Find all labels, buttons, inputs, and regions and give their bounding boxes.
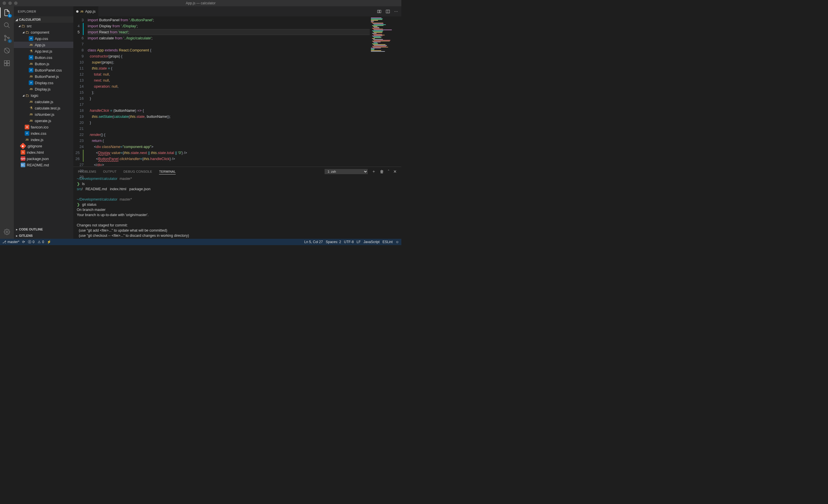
tree-file[interactable]: JSisNumber.js bbox=[14, 111, 73, 118]
status-language[interactable]: JavaScript bbox=[363, 240, 379, 244]
tree-file[interactable]: #App.css bbox=[14, 35, 73, 42]
settings-gear-icon[interactable] bbox=[3, 228, 11, 236]
tree-item-label: Button.js bbox=[35, 62, 49, 66]
tree-item-label: favicon.ico bbox=[31, 125, 48, 129]
svg-point-2 bbox=[5, 39, 6, 41]
status-encoding[interactable]: UTF-8 bbox=[344, 240, 354, 244]
tab-bar: JS App.js ⋯ bbox=[73, 6, 401, 16]
tree-file[interactable]: ⚗calculate.test.js bbox=[14, 105, 73, 111]
tree-file[interactable]: #Display.css bbox=[14, 80, 73, 86]
titlebar: App.js — calculator bbox=[0, 0, 401, 6]
chevron-down-icon: ◢ bbox=[15, 18, 18, 21]
panel-tab-terminal[interactable]: TERMINAL bbox=[159, 170, 176, 174]
close-panel-icon[interactable]: ✕ bbox=[393, 169, 397, 174]
status-problems[interactable]: ⓧ0 ⚠0 bbox=[28, 240, 44, 244]
panel-tab-output[interactable]: OUTPUT bbox=[103, 170, 117, 173]
status-cursor-position[interactable]: Ln 5, Col 27 bbox=[304, 240, 323, 244]
code-editor[interactable]: import ButtonPanel from './ButtonPanel';… bbox=[88, 16, 370, 167]
more-actions-icon[interactable]: ⋯ bbox=[394, 9, 398, 13]
tree-file[interactable]: npmpackage.json bbox=[14, 155, 73, 162]
scm-icon[interactable]: 1 bbox=[3, 34, 11, 42]
search-icon[interactable] bbox=[3, 21, 11, 29]
svg-point-9 bbox=[6, 231, 8, 233]
new-terminal-icon[interactable]: ＋ bbox=[372, 169, 376, 174]
svg-point-1 bbox=[5, 35, 6, 37]
tree-file[interactable]: JSoperate.js bbox=[14, 118, 73, 124]
compare-changes-icon[interactable] bbox=[377, 9, 381, 14]
svg-point-0 bbox=[4, 23, 8, 27]
tab-app-js[interactable]: JS App.js bbox=[73, 6, 98, 16]
tree-file[interactable]: ◆.gitignore bbox=[14, 143, 73, 149]
tab-label: App.js bbox=[85, 9, 95, 13]
terminal-shell-selector[interactable]: 1: zsh bbox=[325, 169, 368, 174]
bolt-icon: ⚡ bbox=[47, 240, 51, 244]
explorer-icon[interactable]: 1 bbox=[3, 9, 11, 17]
svg-rect-8 bbox=[7, 61, 9, 63]
extensions-icon[interactable] bbox=[3, 59, 11, 67]
window-controls bbox=[3, 1, 17, 5]
sidebar-section-project[interactable]: ◢CALCULATOR bbox=[14, 16, 73, 23]
activity-bar: 1 1 bbox=[0, 6, 14, 239]
status-sync[interactable]: ⟳ bbox=[22, 240, 25, 244]
sidebar-section-gitlens[interactable]: ▸GITLENS bbox=[14, 232, 73, 239]
scm-badge: 1 bbox=[8, 39, 12, 43]
tree-file[interactable]: ★favicon.ico bbox=[14, 124, 73, 130]
status-live[interactable]: ⚡ bbox=[47, 240, 51, 244]
tree-file[interactable]: JSButton.js bbox=[14, 61, 73, 67]
gitlens-label: GITLENS bbox=[19, 234, 33, 237]
status-branch[interactable]: ⎇master* bbox=[2, 240, 19, 244]
bottom-panel: PROBLEMSOUTPUTDEBUG CONSOLETERMINAL 1: z… bbox=[73, 167, 401, 239]
tree-file[interactable]: 5index.html bbox=[14, 149, 73, 155]
svg-rect-5 bbox=[4, 61, 7, 63]
tree-item-label: calculate.test.js bbox=[35, 106, 60, 110]
tree-file[interactable]: #ButtonPanel.css bbox=[14, 67, 73, 73]
project-name-label: CALCULATOR bbox=[19, 18, 41, 21]
tree-file[interactable]: JScalculate.js bbox=[14, 99, 73, 105]
tree-file[interactable]: M↓README.md bbox=[14, 162, 73, 168]
status-feedback-icon[interactable]: ☺ bbox=[396, 240, 399, 244]
status-indentation[interactable]: Spaces: 2 bbox=[326, 240, 341, 244]
debug-icon[interactable] bbox=[3, 47, 11, 55]
svg-rect-7 bbox=[7, 63, 9, 66]
tree-item-label: isNumber.js bbox=[35, 112, 54, 117]
tree-file[interactable]: #index.css bbox=[14, 130, 73, 136]
panel-tab-bar: PROBLEMSOUTPUTDEBUG CONSOLETERMINAL 1: z… bbox=[73, 167, 401, 176]
tree-file[interactable]: #Button.css bbox=[14, 54, 73, 61]
panel-tab-debug-console[interactable]: DEBUG CONSOLE bbox=[124, 170, 152, 173]
status-bar: ⎇master* ⟳ ⓧ0 ⚠0 ⚡ Ln 5, Col 27 Spaces: … bbox=[0, 239, 401, 245]
tree-folder[interactable]: ◢🗀logic bbox=[14, 92, 73, 99]
maximize-panel-icon[interactable]: ˆ bbox=[388, 169, 389, 174]
tree-item-label: App.test.js bbox=[35, 49, 52, 53]
status-eslint[interactable]: ESLint bbox=[382, 240, 392, 244]
twisty-icon: ◢ bbox=[22, 31, 25, 34]
sidebar-section-outline[interactable]: ▸CODE OUTLINE bbox=[14, 226, 73, 232]
tree-item-label: calculate.js bbox=[35, 100, 53, 104]
tree-file[interactable]: JSDisplay.js bbox=[14, 86, 73, 92]
explorer-badge: 1 bbox=[8, 14, 12, 17]
split-editor-icon[interactable] bbox=[385, 9, 390, 14]
sidebar-title: EXPLORER bbox=[14, 6, 73, 16]
minimize-traffic-light[interactable] bbox=[8, 1, 12, 5]
kill-terminal-icon[interactable]: 🗑 bbox=[380, 169, 384, 174]
svg-rect-6 bbox=[4, 63, 7, 66]
terminal-output[interactable]: ~/Development/calculator master* ❯ ls sr… bbox=[73, 176, 401, 239]
status-eol[interactable]: LF bbox=[357, 240, 361, 244]
close-traffic-light[interactable] bbox=[3, 1, 6, 5]
tree-folder[interactable]: ◢🗀src bbox=[14, 23, 73, 29]
error-icon: ⓧ bbox=[28, 240, 31, 244]
tree-item-label: App.js bbox=[35, 43, 45, 47]
tree-folder[interactable]: ◢🗀component bbox=[14, 29, 73, 35]
tree-file[interactable]: ⚗App.test.js bbox=[14, 48, 73, 54]
zoom-traffic-light[interactable] bbox=[14, 1, 17, 5]
window-title: App.js — calculator bbox=[186, 1, 215, 5]
tree-file[interactable]: JSindex.js bbox=[14, 136, 73, 143]
svg-point-3 bbox=[8, 37, 9, 39]
modified-dot-icon bbox=[76, 10, 79, 13]
chevron-right-icon: ▸ bbox=[15, 228, 18, 231]
tree-item-label: .gitignore bbox=[27, 144, 42, 148]
tree-item-label: ButtonPanel.js bbox=[35, 75, 59, 79]
tree-file[interactable]: JSButtonPanel.js bbox=[14, 73, 73, 80]
tree-file[interactable]: JSApp.js bbox=[14, 42, 73, 48]
file-tree: ◢🗀src◢🗀component#App.cssJSApp.js⚗App.tes… bbox=[14, 23, 73, 226]
minimap[interactable] bbox=[370, 16, 401, 167]
